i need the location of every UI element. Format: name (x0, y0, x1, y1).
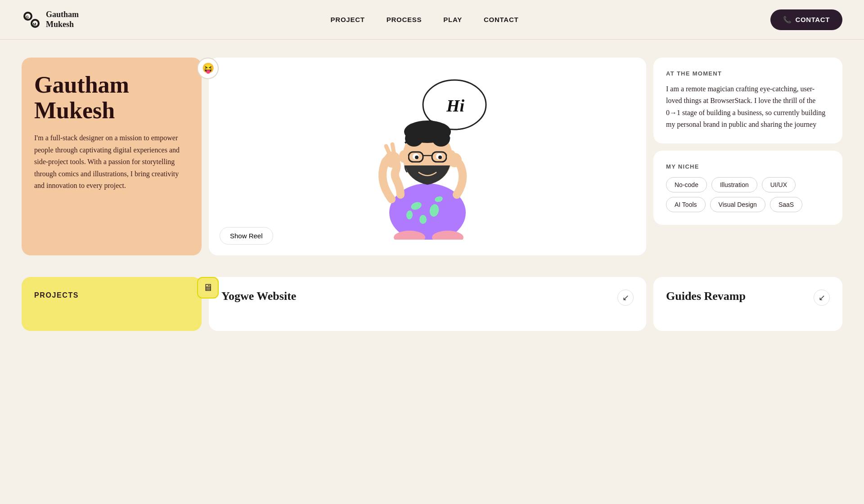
illustration-area: Hi (209, 58, 646, 255)
svg-point-19 (432, 130, 450, 147)
at-moment-card: AT THE MOMENT I am a remote magician cra… (653, 58, 842, 143)
contact-btn-label: CONTACT (796, 16, 830, 23)
svg-point-12 (419, 215, 427, 224)
niche-card: MY NICHE No-code Illustration UI/UX AI T… (653, 151, 842, 225)
nav-project[interactable]: PROJECT (331, 16, 365, 23)
right-column: AT THE MOMENT I am a remote magician cra… (653, 58, 842, 225)
character-illustration: Hi (360, 73, 495, 240)
svg-point-35 (399, 150, 408, 163)
logo-text: Gautham Mukesh (46, 10, 79, 29)
niche-tags: No-code Illustration UI/UX AI Tools Visu… (666, 177, 830, 212)
monitor-badge: 🖥 (197, 277, 219, 299)
at-moment-text: I am a remote magician crafting eye-catc… (666, 83, 830, 131)
svg-line-30 (386, 146, 389, 153)
nav-process[interactable]: PROCESS (387, 16, 422, 23)
nav-links: PROJECT PROCESS PLAY CONTACT (331, 16, 519, 24)
svg-text:M: M (33, 22, 36, 27)
niche-tag-saas: SaaS (770, 197, 802, 212)
svg-text:Hi: Hi (446, 96, 465, 115)
svg-point-29 (384, 152, 400, 168)
project-name-guides: Guides Revamp (666, 290, 746, 303)
nav-play[interactable]: PLAY (443, 16, 462, 23)
niche-tag-visualdesign: Visual Design (710, 197, 765, 212)
projects-label: PROJECTS (34, 291, 79, 299)
illustration-card: Hi (209, 58, 646, 255)
intro-card: Gautham Mukesh I'm a full-stack designer… (22, 58, 202, 255)
hero-grid: Gautham Mukesh I'm a full-stack designer… (22, 58, 842, 255)
logo[interactable]: G M Gautham Mukesh (22, 10, 79, 30)
niche-tag-illustration: Illustration (711, 177, 757, 192)
hero-name: Gautham Mukesh (34, 72, 189, 123)
niche-heading: MY NICHE (666, 163, 830, 170)
main-content: Gautham Mukesh I'm a full-stack designer… (0, 40, 864, 331)
project-arrow-guides: ↙ (814, 290, 830, 306)
svg-point-27 (415, 156, 418, 159)
contact-button[interactable]: 📞 CONTACT (770, 9, 842, 30)
svg-line-31 (392, 144, 394, 152)
emoji-badge: 😝 (197, 58, 219, 79)
logo-icon: G M (22, 10, 41, 30)
project-card-yogwe[interactable]: Yogwe Website ↙ (209, 277, 646, 331)
project-card-guides[interactable]: Guides Revamp ↙ (653, 277, 842, 331)
niche-tag-uiux: UI/UX (762, 177, 796, 192)
niche-tag-aitools: AI Tools (666, 197, 706, 212)
niche-tag-nocode: No-code (666, 177, 707, 192)
project-name-yogwe: Yogwe Website (221, 290, 296, 303)
nav-contact[interactable]: CONTACT (484, 16, 518, 23)
svg-text:G: G (26, 15, 29, 19)
at-moment-heading: AT THE MOMENT (666, 70, 830, 77)
phone-icon: 📞 (783, 16, 792, 24)
projects-section: PROJECTS 🖥 Yogwe Website ↙ Guides Revamp… (22, 277, 842, 331)
project-arrow-yogwe: ↙ (617, 290, 634, 306)
hero-bio: I'm a full-stack designer on a mission t… (34, 132, 189, 192)
svg-point-28 (438, 156, 442, 159)
navbar: G M Gautham Mukesh PROJECT PROCESS PLAY … (0, 0, 864, 40)
svg-point-36 (447, 150, 456, 163)
projects-label-card: PROJECTS (22, 277, 202, 331)
show-reel-button[interactable]: Show Reel (220, 227, 273, 245)
